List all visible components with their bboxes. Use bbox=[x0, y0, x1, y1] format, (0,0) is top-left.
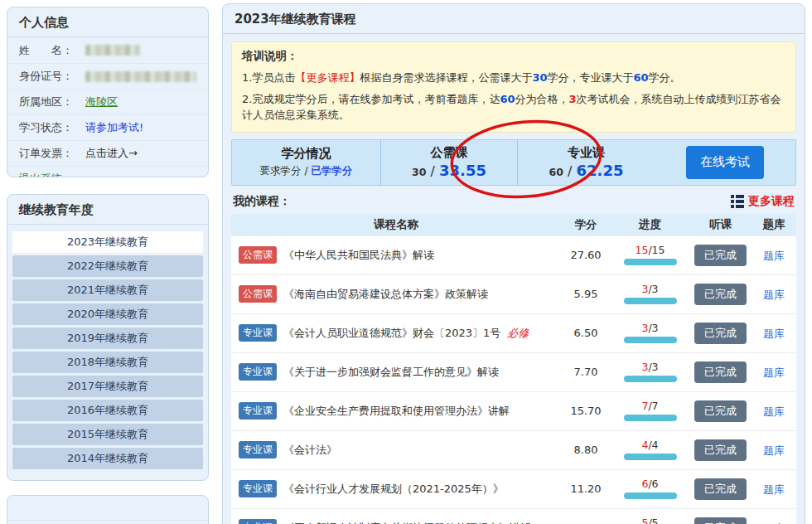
study-status-text: 请参加考试! bbox=[85, 120, 143, 135]
info-label: 学习状态： bbox=[19, 120, 85, 135]
question-bank-link[interactable]: 题库 bbox=[763, 289, 785, 301]
completed-button[interactable]: 已完成 bbox=[694, 323, 747, 344]
year-item-2017[interactable]: 2017年继续教育 bbox=[12, 376, 203, 397]
course-name-cell: 专业课《关于进一步加强财会监督工作的意见》解读 bbox=[231, 363, 561, 381]
completed-button[interactable]: 已完成 bbox=[694, 361, 747, 383]
bottom-panel-header bbox=[7, 496, 208, 521]
public-course-credit-section: 公需课 30 / 33.55 bbox=[381, 140, 518, 185]
progress-total-count: /3 bbox=[648, 361, 658, 373]
public-earned-value: 33.55 bbox=[439, 162, 486, 179]
more-courses-button[interactable]: 更多课程 bbox=[731, 194, 795, 209]
question-bank-link[interactable]: 题库 bbox=[763, 250, 785, 262]
completed-button[interactable]: 已完成 bbox=[694, 284, 747, 305]
completed-button[interactable]: 已完成 bbox=[694, 478, 747, 500]
progress-fraction: 6/6 bbox=[641, 478, 658, 490]
completed-button[interactable]: 已完成 bbox=[694, 439, 747, 461]
year-item-2018[interactable]: 2018年继续教育 bbox=[12, 352, 203, 373]
progress-total-count: /6 bbox=[648, 478, 658, 490]
course-title: 《会计人员职业道德规范》财会〔2023〕1号 bbox=[283, 326, 500, 341]
year-item-2014[interactable]: 2014年继续教育 bbox=[12, 448, 203, 469]
header-bank: 题库 bbox=[752, 217, 796, 232]
online-exam-button[interactable]: 在线考试 bbox=[686, 146, 764, 179]
course-type-badge: 专业课 bbox=[239, 363, 277, 381]
listen-cell: 已完成 bbox=[689, 245, 752, 266]
credit-value: 5.95 bbox=[561, 288, 611, 300]
course-type-badge: 专业课 bbox=[239, 324, 277, 342]
progress-cell: 5/5 bbox=[611, 517, 689, 524]
question-bank-link[interactable]: 题库 bbox=[763, 366, 785, 379]
course-type-badge: 专业课 bbox=[239, 441, 277, 458]
progress-fraction: 4/4 bbox=[641, 439, 658, 451]
course-type-badge: 专业课 bbox=[239, 402, 277, 420]
progress-bar bbox=[624, 259, 677, 265]
progress-fraction: 15/15 bbox=[635, 245, 665, 256]
progress-bar bbox=[624, 337, 677, 343]
question-bank-link[interactable]: 题库 bbox=[763, 444, 785, 457]
my-courses-label: 我的课程： bbox=[233, 194, 291, 209]
invoice-enter-link[interactable]: 点击进入→ bbox=[85, 146, 138, 161]
notice-line-1: 1.学员点击【更多课程】根据自身需求选择课程，公需课大于30学分，专业课大于60… bbox=[242, 70, 785, 86]
progress-cell: 7/7 bbox=[611, 400, 689, 421]
table-row: 专业课《会计人员职业道德规范》财会〔2023〕1号必修6.503/3已完成题库 bbox=[231, 313, 796, 352]
credit-value: 15.70 bbox=[561, 405, 611, 417]
completed-button[interactable]: 已完成 bbox=[694, 245, 747, 266]
progress-bar bbox=[624, 376, 677, 382]
listen-cell: 已完成 bbox=[689, 478, 752, 500]
listen-cell: 已完成 bbox=[689, 400, 752, 422]
question-bank-link[interactable]: 题库 bbox=[763, 328, 785, 340]
public-course-title: 公需课 bbox=[431, 145, 468, 162]
bank-cell: 题库 bbox=[752, 325, 796, 342]
page-title: 2023年继续教育课程 bbox=[223, 4, 805, 34]
course-title: 《海南自由贸易港建设总体方案》政策解读 bbox=[283, 287, 488, 302]
progress-cell: 3/3 bbox=[611, 361, 689, 382]
year-item-2016[interactable]: 2016年继续教育 bbox=[12, 400, 203, 421]
year-item-2021[interactable]: 2021年继续教育 bbox=[12, 279, 203, 301]
progress-cell: 4/4 bbox=[611, 439, 689, 460]
year-item-2022[interactable]: 2022年继续教育 bbox=[12, 255, 203, 277]
courses-header-row: 我的课程： 更多课程 bbox=[233, 194, 795, 209]
progress-cell: 3/3 bbox=[611, 323, 689, 343]
course-type-badge: 专业课 bbox=[239, 519, 277, 524]
bank-cell: 题库 bbox=[752, 403, 796, 420]
year-item-2019[interactable]: 2019年继续教育 bbox=[12, 328, 203, 349]
course-table-body: 公需课《中华人民共和国民法典》解读27.6015/15已完成题库公需课《海南自由… bbox=[231, 235, 796, 524]
logout-link[interactable]: 退出系统 bbox=[19, 172, 62, 177]
personal-info-row: 学习状态：请参加考试! bbox=[7, 114, 208, 140]
progress-cell: 3/3 bbox=[611, 284, 689, 304]
completed-button[interactable]: 已完成 bbox=[694, 517, 747, 524]
bank-cell: 题库 bbox=[752, 442, 796, 458]
slash: / bbox=[563, 163, 577, 179]
progress-total-count: /4 bbox=[648, 439, 658, 451]
more-courses-label: 更多课程 bbox=[748, 194, 795, 209]
course-name-cell: 专业课《会计行业人才发展规划（2021-2025年）》 bbox=[231, 480, 561, 497]
course-type-badge: 专业课 bbox=[239, 480, 277, 497]
notice-text-segment: 【更多课程】 bbox=[295, 71, 360, 84]
year-item-2015[interactable]: 2015年继续教育 bbox=[12, 424, 203, 445]
progress-bar bbox=[624, 492, 677, 499]
progress-done-count: 15 bbox=[635, 244, 648, 256]
table-row: 专业课《企业安全生产费用提取和使用管理办法》讲解15.707/7已完成题库 bbox=[231, 391, 796, 430]
public-course-credits: 30 / 33.55 bbox=[412, 162, 486, 179]
listen-cell: 已完成 bbox=[689, 284, 752, 305]
notice-text-segment: 2.完成规定学分后，请在线参加考试，考前看题库，达 bbox=[242, 93, 500, 105]
region-link[interactable]: 海陵区 bbox=[85, 95, 118, 109]
course-title: 《会计行业人才发展规划（2021-2025年）》 bbox=[283, 482, 504, 497]
credit-separator: / bbox=[301, 164, 311, 177]
info-label: 所属地区： bbox=[19, 95, 85, 109]
question-bank-link[interactable]: 题库 bbox=[763, 483, 785, 496]
year-item-2023[interactable]: 2023年继续教育 bbox=[12, 231, 203, 253]
year-item-2020[interactable]: 2020年继续教育 bbox=[12, 303, 203, 325]
header-credit: 学分 bbox=[561, 217, 611, 232]
course-table-header: 课程名称 学分 进度 听课 题库 bbox=[231, 214, 796, 235]
left-sidebar: 个人信息 姓 名：身份证号：所属地区：海陵区学习状态：请参加考试!订单发票：点击… bbox=[7, 7, 209, 524]
years-panel-title: 继续教育年度 bbox=[7, 195, 208, 225]
question-bank-link[interactable]: 题库 bbox=[763, 405, 785, 418]
info-label: 姓 名： bbox=[19, 43, 85, 58]
bank-cell: 题库 bbox=[752, 286, 796, 303]
listen-cell: 已完成 bbox=[689, 517, 752, 524]
course-title: 《工会新旧会计制度有关衔接问题的处理规定》讲解 bbox=[283, 521, 531, 524]
notice-text-segment: 1.学员点击 bbox=[242, 71, 295, 84]
progress-cell: 6/6 bbox=[611, 478, 689, 499]
progress-total-count: /3 bbox=[648, 283, 658, 295]
completed-button[interactable]: 已完成 bbox=[694, 400, 747, 422]
